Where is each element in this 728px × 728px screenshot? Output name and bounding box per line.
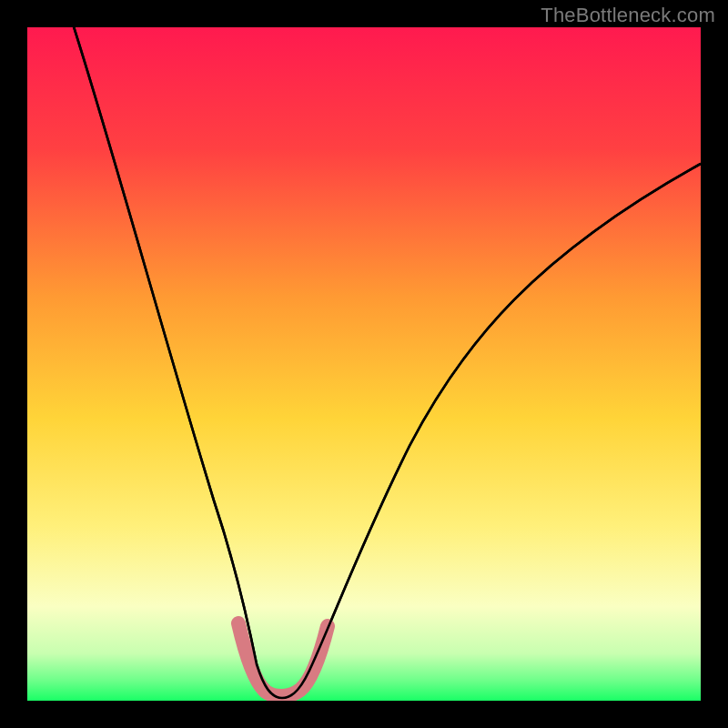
chart-frame: TheBottleneck.com [0,0,728,728]
watermark-text: TheBottleneck.com [541,4,715,27]
gradient-background [27,27,701,701]
plot-area [27,27,701,701]
chart-svg [27,27,701,701]
